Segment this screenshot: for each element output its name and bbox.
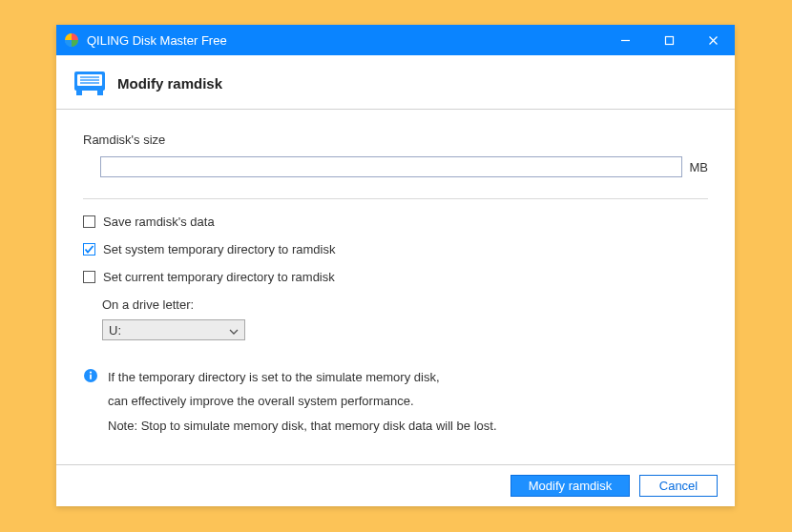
chevron-down-icon [229,325,239,335]
checkbox-label: Save ramdisk's data [103,215,215,229]
checkbox-label: Set current temporary directory to ramdi… [103,270,335,284]
size-unit: MB [690,160,709,174]
modify-ramdisk-button[interactable]: Modify ramdisk [511,475,630,497]
cancel-button[interactable]: Cancel [639,475,718,497]
app-window: QILING Disk Master Free [56,25,735,506]
ramdisk-size-input[interactable] [100,156,682,177]
drive-letter-label: On a drive letter: [102,297,708,312]
checkbox-icon [83,215,95,228]
size-label: Ramdisk's size [83,133,708,147]
window-title: QILING Disk Master Free [87,33,227,48]
maximize-button[interactable] [647,25,691,55]
button-label: Cancel [659,479,698,493]
info-icon [83,367,98,382]
info-line-1: If the temporary directory is set to the… [108,365,497,389]
svg-rect-10 [76,91,82,95]
dialog-title: Modify ramdisk [117,75,222,92]
info-line-3: Note: Stop to simulate memory disk, that… [108,414,497,438]
checkbox-label: Set system temporary directory to ramdis… [103,242,335,256]
window-controls [603,25,735,55]
checkbox-icon [83,243,95,256]
drive-letter-select[interactable]: U: [102,319,245,340]
dialog-footer: Modify ramdisk Cancel [56,464,735,506]
ramdisk-icon [73,69,106,97]
app-icon [64,32,79,48]
checkbox-system-temp[interactable]: Set system temporary directory to ramdis… [83,242,708,256]
drive-letter-value: U: [109,323,121,338]
checkbox-save-data[interactable]: Save ramdisk's data [83,215,708,229]
button-label: Modify ramdisk [529,479,612,493]
svg-rect-2 [665,36,673,44]
dialog-body: Ramdisk's size MB Save ramdisk's data Se… [56,110,735,464]
info-line-2: can effectively improve the overall syst… [108,389,497,413]
svg-rect-11 [97,91,103,95]
svg-rect-14 [90,375,92,379]
checkbox-current-temp[interactable]: Set current temporary directory to ramdi… [83,270,708,284]
dialog-header: Modify ramdisk [56,55,735,109]
body-separator [83,198,708,199]
drive-letter-block: On a drive letter: U: [102,297,708,340]
svg-point-13 [90,372,92,374]
checkbox-icon [83,271,95,283]
titlebar: QILING Disk Master Free [56,25,735,55]
minimize-button[interactable] [603,25,647,55]
info-block: If the temporary directory is set to the… [83,365,708,438]
size-row: MB [83,156,708,177]
info-text: If the temporary directory is set to the… [108,365,497,438]
close-button[interactable] [691,25,735,55]
